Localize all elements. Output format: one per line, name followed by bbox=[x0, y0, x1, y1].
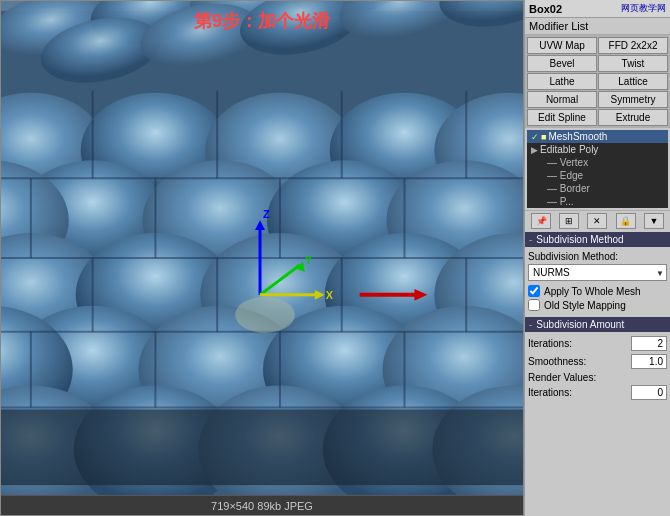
modifier-grid: UVW Map FFD 2x2x2 Bevel Twist Lathe Latt… bbox=[525, 35, 670, 128]
old-style-mapping-row: Old Style Mapping bbox=[528, 299, 667, 311]
smoothness-row: Smoothness: bbox=[528, 354, 667, 369]
stack-sub-edge[interactable]: — Edge bbox=[527, 169, 668, 182]
svg-text:X: X bbox=[326, 289, 334, 301]
svg-rect-75 bbox=[1, 409, 523, 485]
stack-sub-p[interactable]: — P... bbox=[527, 195, 668, 208]
stack-toolbar: 📌 ⊞ ✕ 🔒 ▼ bbox=[525, 210, 670, 231]
stack-lock-btn[interactable]: 🔒 bbox=[616, 213, 636, 229]
stack-item-meshsmooth[interactable]: ✓ ■ MeshSmooth bbox=[527, 130, 668, 143]
web-logo: 网页教学网 bbox=[621, 2, 666, 15]
iterations-field[interactable] bbox=[631, 336, 667, 351]
modifier-btn-extrude[interactable]: Extrude bbox=[598, 109, 668, 126]
modifier-btn-normal[interactable]: Normal bbox=[527, 91, 597, 108]
old-style-mapping-label: Old Style Mapping bbox=[544, 300, 626, 311]
stack-item-editable-poly[interactable]: ▶ Editable Poly bbox=[527, 143, 668, 156]
amount-section-collapse-icon[interactable]: - bbox=[529, 319, 532, 330]
stack-sub-vertex[interactable]: — Vertex bbox=[527, 156, 668, 169]
cushion-scene: Z Y X bbox=[1, 1, 523, 515]
render-values-label: Render Values: bbox=[528, 372, 667, 383]
subdivision-amount-title: Subdivision Amount bbox=[536, 319, 624, 330]
smoothness-field[interactable] bbox=[631, 354, 667, 369]
iterations-label: Iterations: bbox=[528, 338, 631, 349]
subdivision-amount-header: - Subdivision Amount bbox=[525, 317, 670, 332]
subdivision-method-dropdown-container: NURMS Classic ▼ bbox=[528, 264, 667, 281]
subdivision-method-field-label: Subdivision Method: bbox=[528, 251, 667, 262]
stack-collapse-btn[interactable]: ▼ bbox=[644, 213, 664, 229]
old-style-mapping-checkbox[interactable] bbox=[528, 299, 540, 311]
stack-meshsmooth-label: MeshSmooth bbox=[548, 131, 607, 142]
status-text: 719×540 89kb JPEG bbox=[211, 500, 313, 512]
subdivision-method-title: Subdivision Method bbox=[536, 234, 623, 245]
status-bar: 719×540 89kb JPEG bbox=[1, 495, 523, 515]
modifier-btn-lattice[interactable]: Lattice bbox=[598, 73, 668, 90]
stack-sub-border[interactable]: — Border bbox=[527, 182, 668, 195]
viewport: 第9步：加个光滑 bbox=[0, 0, 524, 516]
modifier-btn-symmetry[interactable]: Symmetry bbox=[598, 91, 668, 108]
render-iterations-field[interactable] bbox=[631, 385, 667, 400]
viewport-title: 第9步：加个光滑 bbox=[194, 9, 330, 33]
render-iterations-label: Iterations: bbox=[528, 387, 631, 398]
stack-instance-btn[interactable]: ⊞ bbox=[559, 213, 579, 229]
modifier-btn-ffd[interactable]: FFD 2x2x2 bbox=[598, 37, 668, 54]
apply-whole-mesh-label: Apply To Whole Mesh bbox=[544, 286, 641, 297]
section-collapse-icon[interactable]: - bbox=[529, 234, 532, 245]
expand-icon: ▶ bbox=[531, 145, 538, 155]
smoothness-label: Smoothness: bbox=[528, 356, 631, 367]
modifier-btn-lathe[interactable]: Lathe bbox=[527, 73, 597, 90]
subdivision-method-header: - Subdivision Method bbox=[525, 232, 670, 247]
stack-pin-btn[interactable]: 📌 bbox=[531, 213, 551, 229]
svg-text:Y: Y bbox=[305, 254, 313, 266]
title-bar: Box02 网页教学网 bbox=[525, 0, 670, 18]
check-icon: ✓ bbox=[531, 132, 539, 142]
object-name: Box02 bbox=[529, 3, 562, 15]
render-iterations-row: Iterations: bbox=[528, 385, 667, 400]
modifier-stack: ✓ ■ MeshSmooth ▶ Editable Poly — Vertex … bbox=[527, 130, 668, 208]
right-panel: Box02 网页教学网 Modifier List UVW Map FFD 2x… bbox=[524, 0, 670, 516]
apply-whole-mesh-row: Apply To Whole Mesh bbox=[528, 285, 667, 297]
apply-whole-mesh-checkbox[interactable] bbox=[528, 285, 540, 297]
modifier-btn-twist[interactable]: Twist bbox=[598, 55, 668, 72]
modifier-btn-bevel[interactable]: Bevel bbox=[527, 55, 597, 72]
amount-section: Iterations: Smoothness: Render Values: I… bbox=[525, 333, 670, 406]
stack-remove-btn[interactable]: ✕ bbox=[587, 213, 607, 229]
modifier-list-label: Modifier List bbox=[525, 18, 670, 35]
subdivision-method-dropdown[interactable]: NURMS Classic bbox=[528, 264, 667, 281]
modifier-btn-uvw-map[interactable]: UVW Map bbox=[527, 37, 597, 54]
modifier-btn-edit-spline[interactable]: Edit Spline bbox=[527, 109, 597, 126]
svg-text:Z: Z bbox=[263, 208, 270, 220]
main-container: 第9步：加个光滑 bbox=[0, 0, 670, 516]
svg-point-74 bbox=[235, 297, 295, 333]
iterations-row: Iterations: bbox=[528, 336, 667, 351]
subdivision-section: Subdivision Method: NURMS Classic ▼ Appl… bbox=[525, 248, 670, 316]
stack-editable-poly-label: Editable Poly bbox=[540, 144, 598, 155]
light-icon: ■ bbox=[541, 132, 546, 142]
